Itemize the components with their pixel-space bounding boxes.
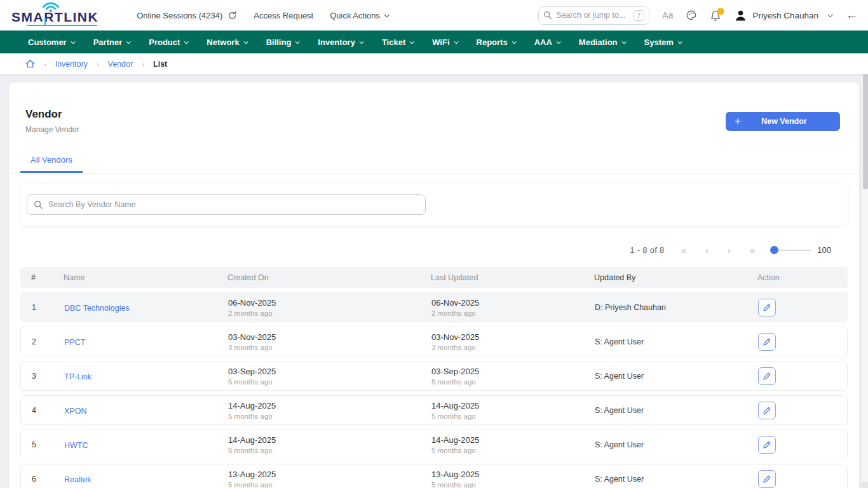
- vendor-search[interactable]: [27, 194, 426, 215]
- page-content: Vendor Manage Vendor + New Vendor All Ve…: [0, 74, 868, 488]
- vendor-name-link[interactable]: HWTC: [64, 441, 88, 450]
- col-header-name: Name: [61, 273, 225, 282]
- vendor-name-link[interactable]: DBC Technologies: [64, 304, 130, 313]
- edit-button[interactable]: [758, 299, 776, 316]
- breadcrumb-current-list: List: [153, 60, 167, 69]
- nav-item-system[interactable]: System: [644, 37, 681, 47]
- edit-button[interactable]: [758, 367, 776, 385]
- vertical-scrollbar[interactable]: [862, 53, 868, 488]
- col-header-updated-by: Updated By: [592, 273, 755, 282]
- updated-relative: 5 months ago: [431, 412, 590, 420]
- main-navigation: Customer Partner Product Network Billing…: [0, 30, 868, 53]
- first-page-button[interactable]: «: [679, 245, 689, 255]
- page-size-slider[interactable]: 100: [771, 245, 831, 255]
- chevron-down-icon: [454, 39, 458, 44]
- new-vendor-button[interactable]: + New Vendor: [726, 112, 840, 131]
- nav-item-network[interactable]: Network: [207, 37, 247, 47]
- updated-date: 14-Aug-2025: [431, 435, 590, 445]
- updated-by: S: Agent User: [592, 372, 756, 381]
- vendor-name-link[interactable]: XPON: [64, 407, 86, 416]
- updated-relative: 3 months ago: [431, 344, 590, 351]
- slider-knob[interactable]: [770, 246, 778, 254]
- updated-relative: 5 months ago: [431, 378, 590, 386]
- table-row: 3 TP-Link 03-Sep-20255 months ago 03-Sep…: [20, 361, 848, 391]
- top-header: SMARTLINK Online Sessions (4234) Access …: [0, 0, 868, 30]
- col-header-created: Created On: [225, 273, 428, 282]
- created-date: 06-Nov-2025: [228, 298, 426, 308]
- tab-all-vendors[interactable]: All Vendors: [20, 149, 83, 173]
- palette-icon: [686, 10, 697, 21]
- row-number: 3: [21, 372, 62, 381]
- home-icon[interactable]: [25, 59, 35, 69]
- nav-item-aaa[interactable]: AAA: [534, 37, 560, 47]
- pencil-icon: [763, 475, 771, 484]
- vendor-table: # Name Created On Last Updated Updated B…: [20, 267, 848, 488]
- updated-date: 03-Sep-2025: [431, 367, 590, 376]
- back-arrow-button[interactable]: ←: [846, 8, 858, 22]
- font-size-toggle[interactable]: Aa: [662, 10, 673, 20]
- breadcrumb-vendor[interactable]: Vendor: [108, 60, 133, 69]
- table-row: 6 Realtek 13-Aug-20255 months ago 13-Aug…: [20, 464, 848, 488]
- pencil-icon: [763, 372, 771, 381]
- updated-by: S: Agent User: [592, 440, 756, 449]
- scrollbar-thumb[interactable]: [863, 62, 868, 189]
- quick-actions-menu[interactable]: Quick Actions: [330, 11, 388, 20]
- access-request-link[interactable]: Access Request: [254, 11, 313, 20]
- created-relative: 5 months ago: [228, 481, 426, 488]
- vendor-name-link[interactable]: PPCT: [64, 338, 85, 347]
- plus-icon: +: [735, 115, 741, 128]
- last-page-button[interactable]: »: [747, 245, 757, 255]
- chevron-down-icon: [243, 39, 248, 44]
- breadcrumb-separator: ›: [142, 60, 144, 68]
- user-menu[interactable]: Priyesh Chauhan: [734, 9, 832, 22]
- breadcrumb-inventory[interactable]: Inventory: [55, 60, 88, 69]
- col-header-index: #: [20, 273, 61, 282]
- nav-item-billing[interactable]: Billing: [266, 37, 299, 47]
- table-row: 1 DBC Technologies 06-Nov-20252 months a…: [20, 292, 848, 322]
- page-size-value: 100: [817, 245, 831, 255]
- vendor-search-input[interactable]: [48, 200, 419, 209]
- prev-page-button[interactable]: ‹: [703, 245, 711, 255]
- chevron-down-icon: [184, 39, 189, 44]
- chevron-down-icon: [677, 39, 682, 44]
- notifications-button[interactable]: [710, 10, 721, 22]
- updated-relative: 5 months ago: [431, 447, 590, 454]
- nav-item-reports[interactable]: Reports: [477, 37, 515, 47]
- row-number: 4: [21, 406, 62, 415]
- edit-button[interactable]: [758, 333, 776, 351]
- refresh-icon[interactable]: [227, 11, 237, 20]
- edit-button[interactable]: [758, 436, 776, 454]
- nav-item-product[interactable]: Product: [149, 37, 187, 47]
- vendor-name-link[interactable]: TP-Link: [64, 372, 92, 381]
- row-number: 5: [21, 440, 62, 449]
- card-header: Vendor Manage Vendor + New Vendor: [9, 83, 859, 134]
- global-search[interactable]: /: [538, 6, 649, 25]
- nav-item-wifi[interactable]: WiFi: [432, 37, 457, 47]
- breadcrumb: › Inventory › Vendor › List: [0, 53, 868, 74]
- chevron-down-icon: [557, 39, 561, 44]
- nav-item-mediation[interactable]: Mediation: [579, 37, 625, 47]
- created-relative: 5 months ago: [228, 447, 426, 454]
- created-date: 03-Sep-2025: [228, 367, 426, 376]
- chevron-down-icon: [360, 39, 364, 44]
- quick-actions-label: Quick Actions: [330, 11, 380, 20]
- updated-date: 13-Aug-2025: [431, 470, 590, 479]
- logo-underline: [27, 25, 97, 26]
- edit-button[interactable]: [758, 470, 776, 488]
- pencil-icon: [763, 303, 771, 312]
- next-page-button[interactable]: ›: [725, 245, 733, 255]
- nav-item-customer[interactable]: Customer: [28, 37, 74, 47]
- theme-button[interactable]: [686, 10, 697, 21]
- global-search-input[interactable]: [556, 11, 630, 20]
- edit-button[interactable]: [758, 402, 776, 419]
- nav-item-partner[interactable]: Partner: [93, 37, 130, 47]
- nav-item-inventory[interactable]: Inventory: [318, 37, 363, 47]
- notification-badge: [717, 8, 724, 15]
- smartlink-logo[interactable]: SMARTLINK: [11, 3, 98, 28]
- vendor-name-link[interactable]: Realtek: [64, 475, 91, 484]
- col-header-updated: Last Updated: [428, 273, 592, 282]
- created-date: 13-Aug-2025: [228, 470, 426, 479]
- nav-item-ticket[interactable]: Ticket: [382, 37, 413, 47]
- created-date: 14-Aug-2025: [228, 435, 426, 445]
- chevron-down-icon: [621, 39, 626, 44]
